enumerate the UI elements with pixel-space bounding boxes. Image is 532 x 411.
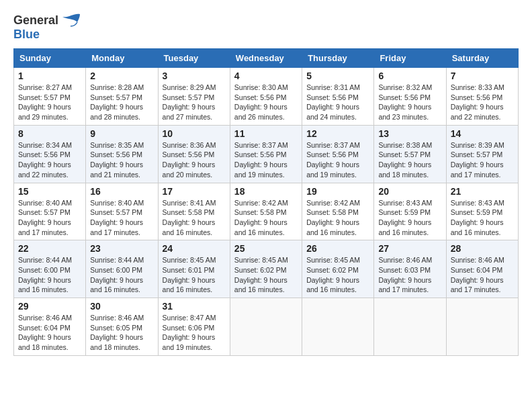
day-number: 4 — [234, 71, 298, 81]
sunset-label: Sunset: 5:59 PM — [451, 208, 503, 216]
sunrise-label: Sunrise: 8:30 AM — [234, 83, 288, 91]
day-info: Sunrise: 8:40 AM Sunset: 5:57 PM Dayligh… — [90, 198, 153, 238]
day-info: Sunrise: 8:34 AM Sunset: 5:56 PM Dayligh… — [18, 140, 81, 180]
logo-blue-text: Blue — [13, 28, 40, 42]
daylight-label: Daylight: 9 hours and 16 minutes. — [163, 276, 216, 294]
daylight-label: Daylight: 9 hours and 16 minutes. — [234, 276, 287, 294]
day-info: Sunrise: 8:33 AM Sunset: 5:56 PM Dayligh… — [451, 83, 514, 122]
calendar-cell: 6 Sunrise: 8:32 AM Sunset: 5:56 PM Dayli… — [374, 68, 446, 126]
daylight-label: Daylight: 9 hours and 18 minutes. — [378, 161, 431, 179]
sunset-label: Sunset: 5:57 PM — [18, 93, 71, 101]
day-number: 2 — [90, 71, 153, 81]
calendar-cell: 15 Sunrise: 8:40 AM Sunset: 5:57 PM Dayl… — [14, 183, 86, 240]
calendar-cell: 5 Sunrise: 8:31 AM Sunset: 5:56 PM Dayli… — [302, 68, 374, 126]
sunset-label: Sunset: 5:59 PM — [378, 208, 431, 216]
sunrise-label: Sunrise: 8:40 AM — [18, 199, 72, 207]
sunset-label: Sunset: 5:58 PM — [306, 208, 359, 216]
daylight-label: Daylight: 9 hours and 22 minutes. — [451, 103, 504, 121]
day-info: Sunrise: 8:41 AM Sunset: 5:58 PM Dayligh… — [163, 198, 226, 238]
calendar-cell: 24 Sunrise: 8:45 AM Sunset: 6:01 PM Dayl… — [158, 240, 230, 298]
daylight-label: Daylight: 9 hours and 17 minutes. — [378, 276, 431, 294]
day-number: 23 — [90, 243, 153, 254]
day-info: Sunrise: 8:46 AM Sunset: 6:04 PM Dayligh… — [451, 255, 514, 295]
sunset-label: Sunset: 5:57 PM — [378, 150, 431, 158]
day-number: 13 — [378, 128, 441, 139]
calendar-cell: 23 Sunrise: 8:44 AM Sunset: 6:00 PM Dayl… — [86, 240, 158, 298]
calendar-cell: 26 Sunrise: 8:45 AM Sunset: 6:02 PM Dayl… — [302, 240, 374, 298]
sunrise-label: Sunrise: 8:43 AM — [451, 199, 504, 207]
sunset-label: Sunset: 6:00 PM — [18, 266, 71, 274]
daylight-label: Daylight: 9 hours and 16 minutes. — [18, 276, 71, 294]
daylight-label: Daylight: 9 hours and 17 minutes. — [451, 161, 504, 179]
daylight-label: Daylight: 9 hours and 16 minutes. — [451, 218, 504, 236]
day-info: Sunrise: 8:40 AM Sunset: 5:57 PM Dayligh… — [18, 198, 81, 238]
sunset-label: Sunset: 5:57 PM — [163, 93, 215, 101]
sunrise-label: Sunrise: 8:45 AM — [234, 256, 288, 264]
day-number: 29 — [18, 301, 81, 312]
day-info: Sunrise: 8:45 AM Sunset: 6:02 PM Dayligh… — [306, 255, 369, 295]
weekday-header-sunday: Sunday — [14, 49, 86, 68]
daylight-label: Daylight: 9 hours and 29 minutes. — [18, 103, 71, 121]
sunrise-label: Sunrise: 8:45 AM — [306, 256, 360, 264]
day-number: 11 — [234, 128, 298, 139]
day-info: Sunrise: 8:46 AM Sunset: 6:03 PM Dayligh… — [378, 255, 441, 295]
week-row-4: 22 Sunrise: 8:44 AM Sunset: 6:00 PM Dayl… — [14, 240, 519, 298]
sunset-label: Sunset: 5:56 PM — [451, 93, 503, 101]
day-info: Sunrise: 8:32 AM Sunset: 5:56 PM Dayligh… — [378, 83, 441, 122]
weekday-header-row: SundayMondayTuesdayWednesdayThursdayFrid… — [14, 49, 519, 68]
calendar-cell: 8 Sunrise: 8:34 AM Sunset: 5:56 PM Dayli… — [14, 125, 86, 183]
calendar-cell: 19 Sunrise: 8:42 AM Sunset: 5:58 PM Dayl… — [302, 183, 374, 240]
sunrise-label: Sunrise: 8:37 AM — [306, 141, 360, 149]
calendar-cell: 20 Sunrise: 8:43 AM Sunset: 5:59 PM Dayl… — [374, 183, 446, 240]
day-info: Sunrise: 8:31 AM Sunset: 5:56 PM Dayligh… — [306, 83, 369, 122]
daylight-label: Daylight: 9 hours and 17 minutes. — [18, 218, 71, 236]
sunrise-label: Sunrise: 8:45 AM — [163, 256, 216, 264]
day-number: 20 — [378, 186, 441, 197]
day-info: Sunrise: 8:36 AM Sunset: 5:56 PM Dayligh… — [163, 140, 226, 180]
sunset-label: Sunset: 6:03 PM — [378, 266, 431, 274]
day-info: Sunrise: 8:28 AM Sunset: 5:57 PM Dayligh… — [90, 83, 153, 122]
day-info: Sunrise: 8:45 AM Sunset: 6:02 PM Dayligh… — [234, 255, 298, 295]
logo: General Blue — [13, 13, 83, 42]
calendar-cell: 9 Sunrise: 8:35 AM Sunset: 5:56 PM Dayli… — [86, 125, 158, 183]
daylight-label: Daylight: 9 hours and 24 minutes. — [306, 103, 359, 121]
sunrise-label: Sunrise: 8:47 AM — [163, 314, 216, 322]
day-info: Sunrise: 8:47 AM Sunset: 6:06 PM Dayligh… — [163, 313, 226, 353]
sunset-label: Sunset: 6:06 PM — [163, 324, 215, 332]
sunrise-label: Sunrise: 8:35 AM — [90, 141, 144, 149]
sunset-label: Sunset: 5:56 PM — [234, 93, 287, 101]
sunset-label: Sunset: 5:58 PM — [234, 208, 287, 216]
sunrise-label: Sunrise: 8:36 AM — [163, 141, 216, 149]
sunset-label: Sunset: 5:57 PM — [451, 150, 503, 158]
sunrise-label: Sunrise: 8:42 AM — [306, 199, 360, 207]
day-number: 19 — [306, 186, 369, 197]
daylight-label: Daylight: 9 hours and 19 minutes. — [234, 161, 287, 179]
sunset-label: Sunset: 5:58 PM — [163, 208, 215, 216]
daylight-label: Daylight: 9 hours and 19 minutes. — [163, 333, 216, 351]
calendar-cell: 25 Sunrise: 8:45 AM Sunset: 6:02 PM Dayl… — [230, 240, 302, 298]
sunset-label: Sunset: 5:57 PM — [90, 208, 142, 216]
weekday-header-tuesday: Tuesday — [158, 49, 230, 68]
sunrise-label: Sunrise: 8:43 AM — [378, 199, 432, 207]
sunset-label: Sunset: 6:05 PM — [90, 324, 142, 332]
weekday-header-saturday: Saturday — [446, 49, 518, 68]
sunset-label: Sunset: 6:02 PM — [234, 266, 287, 274]
daylight-label: Daylight: 9 hours and 16 minutes. — [234, 218, 287, 236]
sunset-label: Sunset: 6:02 PM — [306, 266, 359, 274]
sunrise-label: Sunrise: 8:44 AM — [90, 256, 144, 264]
calendar-cell — [374, 298, 446, 356]
sunset-label: Sunset: 5:56 PM — [378, 93, 431, 101]
daylight-label: Daylight: 9 hours and 19 minutes. — [306, 161, 359, 179]
daylight-label: Daylight: 9 hours and 16 minutes. — [306, 276, 359, 294]
daylight-label: Daylight: 9 hours and 26 minutes. — [234, 103, 287, 121]
day-number: 14 — [451, 128, 514, 139]
day-info: Sunrise: 8:46 AM Sunset: 6:05 PM Dayligh… — [90, 313, 153, 353]
sunset-label: Sunset: 6:04 PM — [18, 324, 71, 332]
day-number: 26 — [306, 243, 369, 254]
day-info: Sunrise: 8:27 AM Sunset: 5:57 PM Dayligh… — [18, 83, 81, 122]
day-info: Sunrise: 8:42 AM Sunset: 5:58 PM Dayligh… — [306, 198, 369, 238]
calendar-cell — [446, 298, 518, 356]
day-info: Sunrise: 8:35 AM Sunset: 5:56 PM Dayligh… — [90, 140, 153, 180]
sunset-label: Sunset: 5:57 PM — [90, 93, 142, 101]
sunset-label: Sunset: 5:56 PM — [90, 150, 142, 158]
